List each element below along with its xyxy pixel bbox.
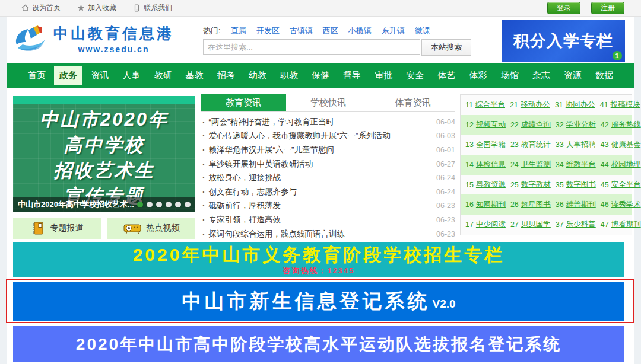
hot-link-2[interactable]: 古镇镇	[290, 25, 313, 36]
service-link-47[interactable]: 47博看期刊	[596, 219, 641, 229]
nav-item-17[interactable]: 资源	[559, 66, 587, 85]
nav-item-2[interactable]: 资讯	[85, 66, 114, 85]
service-link-14[interactable]: 14体检信息	[461, 159, 506, 170]
nav-item-3[interactable]: 人事	[117, 66, 145, 85]
set-home-link[interactable]: 设为首页	[21, 3, 61, 13]
hot-videos-button[interactable]: 热点视频	[107, 218, 195, 239]
service-link-34[interactable]: 34维教平台	[551, 159, 596, 170]
news-title: 探词句段综合运用，践点线面语言训练	[201, 229, 430, 240]
service-link-45[interactable]: 45安全平台	[596, 180, 641, 190]
service-link-46[interactable]: 46读秀学术	[596, 200, 641, 210]
promo-carousel[interactable]: 中山市2020年高中学校招收艺术生宣传专题 中山市2020年高中学校招收艺术..…	[13, 96, 195, 212]
nav-item-12[interactable]: 安全	[401, 66, 429, 85]
nav-item-14[interactable]: 体彩	[464, 66, 493, 85]
nav-item-15[interactable]: 场馆	[496, 66, 524, 85]
news-item[interactable]: “两会”精神抒奋进，学习教育正当时06-04	[201, 115, 455, 129]
site-search-button[interactable]: 本站搜索	[421, 39, 471, 56]
hot-link-0[interactable]: 直属	[231, 25, 246, 36]
search-input[interactable]	[203, 39, 420, 55]
nav-item-0[interactable]: 首页	[23, 66, 51, 85]
service-link-44[interactable]: 44校园地理	[596, 159, 641, 170]
carousel-dot-4[interactable]	[175, 202, 181, 207]
nav-item-11[interactable]: 审批	[369, 66, 398, 85]
service-link-42[interactable]: 42服务热线	[596, 120, 641, 130]
service-link-27[interactable]: 27贝贝国学	[506, 219, 551, 229]
service-link-37[interactable]: 37乐少科普	[551, 219, 596, 229]
service-number: 42	[601, 121, 609, 129]
carousel-dot-1[interactable]	[147, 202, 153, 207]
service-link-21[interactable]: 21移动办公	[505, 100, 550, 110]
carousel-dot-2[interactable]	[156, 202, 162, 207]
service-link-43[interactable]: 43健康基金	[596, 140, 641, 150]
nav-item-13[interactable]: 体艺	[432, 66, 461, 85]
hot-link-5[interactable]: 东升镇	[382, 25, 405, 36]
nav-item-6[interactable]: 招考	[212, 66, 240, 85]
news-item[interactable]: 砥砺前行，厚积薄发06-23	[201, 199, 455, 213]
service-link-24[interactable]: 24卫生监测	[506, 159, 551, 170]
news-item[interactable]: 赖泽华危伟汉开展“六一”儿童节慰问06-01	[201, 143, 455, 157]
service-link-26[interactable]: 26超星图书	[506, 200, 551, 210]
hot-link-3[interactable]: 西区	[323, 25, 338, 36]
registration-banner-title: 中山市新生信息登记系统	[182, 282, 430, 321]
hot-link-4[interactable]: 小榄镇	[348, 25, 372, 36]
nav-item-16[interactable]: 杂志	[527, 66, 556, 85]
news-title: 创文在行动，志愿齐参与	[201, 187, 430, 197]
news-item[interactable]: 专家引领，打造高效06-23	[201, 213, 455, 227]
register-button[interactable]: 注册	[591, 2, 624, 14]
carousel-dot-3[interactable]	[166, 202, 172, 207]
service-link-16[interactable]: 16知网期刊	[461, 200, 506, 210]
nav-item-5[interactable]: 基教	[180, 66, 209, 85]
nav-item-4[interactable]: 教研	[148, 66, 177, 85]
notification-badge: 1	[613, 51, 622, 60]
service-link-12[interactable]: 12视频互动	[461, 120, 506, 130]
nav-item-8[interactable]: 职教	[275, 66, 303, 85]
nav-item-18[interactable]: 数据	[590, 66, 618, 85]
enrollment-banner[interactable]: 2020年中山市义务教育阶段学校招生专栏 咨询热线：12345	[13, 242, 624, 277]
service-link-22[interactable]: 22成绩查询	[506, 120, 551, 130]
news-item[interactable]: 放松身心，迎接挑战06-24	[201, 171, 455, 185]
nav-item-10[interactable]: 督导	[338, 66, 366, 85]
newstudent-registration-banner[interactable]: 中山市新生信息登记系统 V2.0	[13, 282, 624, 321]
news-item[interactable]: 爱心传递暖人心，我市援藏教师开展“六一”系列活动06-03	[201, 129, 455, 143]
service-link-17[interactable]: 17中少阅读	[461, 219, 506, 229]
site-logo[interactable]: 中山教育信息港 www.zsedu.cn	[13, 22, 174, 55]
hot-link-1[interactable]: 开发区	[256, 25, 280, 36]
service-link-36[interactable]: 36维普期刊	[551, 200, 596, 210]
services-grid: 11综合平台21移动办公31协同办公41投稿模块12视频互动22成绩查询32学业…	[460, 94, 632, 235]
service-link-23[interactable]: 23教育统计	[506, 140, 551, 150]
service-link-13[interactable]: 13全国学籍	[461, 140, 506, 150]
news-item[interactable]: 阜沙镇开展初中英语教研活动06-27	[201, 157, 455, 171]
sports-registration-banner[interactable]: 2020年中山市高中阶段学校高水平运动队选拔报名登记系统	[13, 326, 624, 362]
login-button[interactable]: 登录	[547, 2, 580, 14]
service-link-15[interactable]: 15粤教资源	[461, 180, 506, 190]
service-link-11[interactable]: 11综合平台	[461, 100, 505, 110]
service-link-32[interactable]: 32学业分析	[551, 120, 596, 130]
topbar-links: 设为首页 加入收藏 联系我们	[0, 3, 172, 13]
nav-item-1[interactable]: 政务	[54, 66, 82, 85]
news-tab-2[interactable]: 体育资讯	[370, 94, 455, 111]
service-label: 维普期刊	[566, 200, 596, 210]
nav-item-9[interactable]: 保健	[306, 66, 335, 85]
service-label: 乐少科普	[566, 219, 596, 229]
add-favorite-link[interactable]: 加入收藏	[77, 3, 116, 13]
service-label: 移动办公	[521, 100, 550, 110]
news-tab-1[interactable]: 学校快讯	[286, 94, 371, 111]
service-link-31[interactable]: 31协同办公	[550, 100, 595, 110]
news-item[interactable]: 探词句段综合运用，践点线面语言训练06-23	[201, 227, 455, 241]
news-item[interactable]: 创文在行动，志愿齐参与06-24	[201, 185, 455, 199]
contact-us-link[interactable]: 联系我们	[133, 3, 172, 13]
nav-item-7[interactable]: 幼教	[243, 66, 272, 85]
carousel-dot-0[interactable]	[137, 202, 143, 207]
service-link-25[interactable]: 25数字教材	[506, 180, 551, 190]
news-tab-0[interactable]: 教育资讯	[201, 94, 286, 111]
service-number: 45	[601, 181, 609, 189]
points-admission-banner[interactable]: 积分入学专栏 1	[502, 20, 625, 62]
special-reports-button[interactable]: 专题报道	[13, 218, 101, 239]
news-date: 06-23	[436, 202, 455, 210]
hot-link-6[interactable]: 微课	[415, 25, 430, 36]
special-reports-label: 专题报道	[50, 223, 84, 234]
service-link-41[interactable]: 41投稿模块	[595, 100, 640, 110]
service-link-35[interactable]: 35数字图书	[551, 180, 596, 190]
service-link-33[interactable]: 33人事招聘	[551, 140, 596, 150]
carousel-dot-5[interactable]	[185, 202, 191, 207]
